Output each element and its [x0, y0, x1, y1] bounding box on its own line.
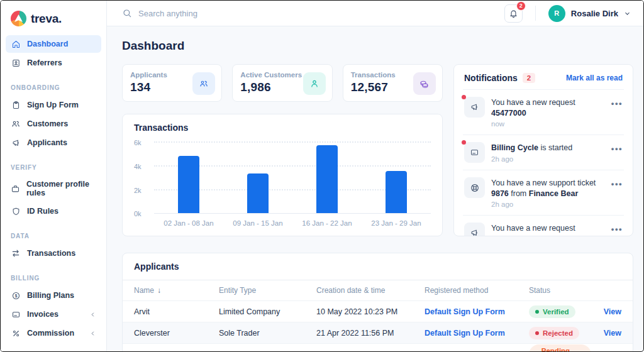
sidebar-item-customer-profile-rules[interactable]: Customer profile rules [6, 176, 101, 201]
topbar: 2 R Rosalie Dirk [107, 1, 643, 26]
svg-text:$: $ [14, 293, 17, 298]
bar-chart-plot: 6k4k2k0k [154, 141, 431, 213]
notification-item[interactable]: Billing Cycle is started2h ago••• [463, 135, 624, 170]
lifebuoy-icon [464, 177, 485, 198]
notifications-list: You have a new request 45477000now•••Bil… [463, 89, 624, 236]
sidebar-section-label-verify: Verify [1, 153, 106, 175]
table-header-row: Name ↓Entity TypeCreation date & timeReg… [123, 280, 633, 300]
chart-y-tick: 2k [134, 187, 149, 194]
cell-name: Cleverster [134, 329, 219, 338]
chart-bar [386, 171, 407, 213]
brand-logo-icon [11, 11, 26, 26]
app-window: treva. DashboardReferrersOnboardingSign … [0, 0, 644, 352]
status-dot-icon [535, 331, 539, 335]
unread-dot [462, 95, 466, 99]
bell-icon [509, 9, 518, 18]
cell-status: Pending verification [529, 344, 591, 352]
sidebar-item-dashboard[interactable]: Dashboard [6, 35, 101, 53]
notification-text: You have a new request 45476999 [491, 223, 605, 236]
sidebar-item-id-rules[interactable]: ID Rules [6, 202, 101, 220]
chart-bar [178, 156, 199, 213]
view-link[interactable]: View [604, 307, 621, 316]
cell-creation-date: 15 Feb 2022 09:12 AM [316, 350, 425, 352]
sidebar-item-label: ID Rules [27, 207, 58, 216]
notification-time: now [491, 120, 605, 128]
cell-entity-type: Limited Company [219, 307, 316, 316]
chevron-down-icon [624, 10, 631, 17]
table-title: Applicants [123, 253, 633, 280]
notification-item[interactable]: You have a new request 454769994h ago••• [463, 215, 624, 236]
notifications-count-badge: 2 [523, 73, 535, 83]
sidebar-item-label: Referrers [27, 58, 62, 67]
registered-method-link[interactable]: Default Sign Up Form [425, 350, 529, 352]
chevron-left-icon[interactable] [89, 330, 96, 337]
column-header-status: Status [529, 286, 591, 295]
status-badge: Verified [529, 305, 575, 318]
notification-icon-box [464, 97, 485, 128]
notification-more-button[interactable]: ••• [611, 223, 623, 236]
person-icon [303, 72, 326, 95]
notification-more-button[interactable]: ••• [611, 177, 623, 208]
unread-dot [462, 140, 466, 145]
cell-name: Cobright [134, 350, 219, 352]
view-link[interactable]: View [604, 329, 621, 338]
view-link[interactable]: View [604, 350, 621, 352]
registered-method-link[interactable]: Default Sign Up Form [425, 307, 529, 316]
chart-y-tick: 4k [134, 163, 149, 170]
status-badge: Pending verification [529, 344, 591, 352]
sidebar-item-transactions[interactable]: Transactions [6, 245, 101, 262]
stat-card-applicants: Applicants134 [122, 64, 222, 102]
applicants-table-card: Applicants Name ↓Entity TypeCreation dat… [122, 253, 633, 351]
notification-more-button[interactable]: ••• [611, 97, 623, 128]
notification-time: 2h ago [491, 201, 605, 208]
sidebar-item-label: Billing Plans [27, 291, 74, 300]
sidebar-item-label: Invoices [27, 310, 58, 319]
sidebar-item-label: Customers [27, 119, 68, 128]
sidebar-section-label-onboarding: Onboarding [1, 73, 106, 95]
notification-item[interactable]: You have a new request 45477000now••• [463, 89, 624, 135]
table-row: ArvitLimited Company10 May 2022 10:23 PM… [123, 300, 633, 322]
chart-x-tick: 02 Jan - 08 Jan [154, 219, 223, 227]
sidebar-item-label: Sign Up Form [27, 101, 79, 109]
column-header-registered-method: Registered method [425, 286, 529, 295]
column-header-name[interactable]: Name ↓ [134, 286, 219, 295]
bell-badge: 2 [516, 1, 526, 11]
percent-icon [11, 328, 21, 338]
bar-slot [154, 141, 223, 213]
column-header-entity-type: Entity Type [219, 286, 316, 295]
chart-gridline: 0k [154, 213, 431, 214]
sidebar-item-customers[interactable]: Customers [6, 115, 101, 133]
notification-more-button[interactable]: ••• [611, 142, 623, 163]
brand-logo[interactable]: treva. [1, 8, 106, 34]
main-content: Dashboard Applicants134Active Customers1… [107, 26, 643, 351]
megaphone-icon [11, 138, 21, 148]
chart-title: Transactions [134, 123, 431, 133]
cell-entity-type: Limited Company [219, 350, 316, 352]
table-row: CleversterSole Trader21 Apr 2022 11:56 P… [123, 322, 633, 343]
chevron-left-icon[interactable] [89, 311, 96, 318]
registered-method-link[interactable]: Default Sign Up Form [425, 329, 529, 338]
search-input[interactable] [138, 9, 327, 18]
bar-slot [223, 141, 292, 213]
users-icon [192, 72, 215, 95]
cell-status: Verified [529, 305, 591, 318]
sidebar-item-referrers[interactable]: Referrers [6, 54, 101, 72]
mark-all-as-read-link[interactable]: Mark all as read [566, 74, 623, 82]
notification-text: You have a new support ticket 9876 from … [491, 178, 605, 199]
global-search [122, 8, 498, 18]
stats-row: Applicants134Active Customers1,986Transa… [122, 64, 443, 102]
user-menu[interactable]: R Rosalie Dirk [548, 5, 631, 22]
sidebar-item-billing-plans[interactable]: $Billing Plans [6, 287, 101, 304]
cell-name: Arvit [134, 307, 219, 316]
cell-entity-type: Sole Trader [219, 329, 316, 338]
sidebar-item-invoices[interactable]: Invoices [6, 305, 101, 323]
chart-x-tick: 16 Jan - 22 Jan [292, 219, 362, 227]
sort-descending-icon: ↓ [157, 286, 161, 295]
sidebar-item-sign-up-form[interactable]: Sign Up Form [6, 96, 101, 114]
sidebar-item-applicants[interactable]: Applicants [6, 134, 101, 151]
notification-item[interactable]: You have a new support ticket 9876 from … [463, 170, 624, 215]
briefcase-icon [11, 184, 20, 194]
sidebar-item-commission[interactable]: Commission [6, 324, 101, 342]
id-badge-icon [11, 58, 21, 68]
notifications-bell-button[interactable]: 2 [504, 4, 523, 23]
